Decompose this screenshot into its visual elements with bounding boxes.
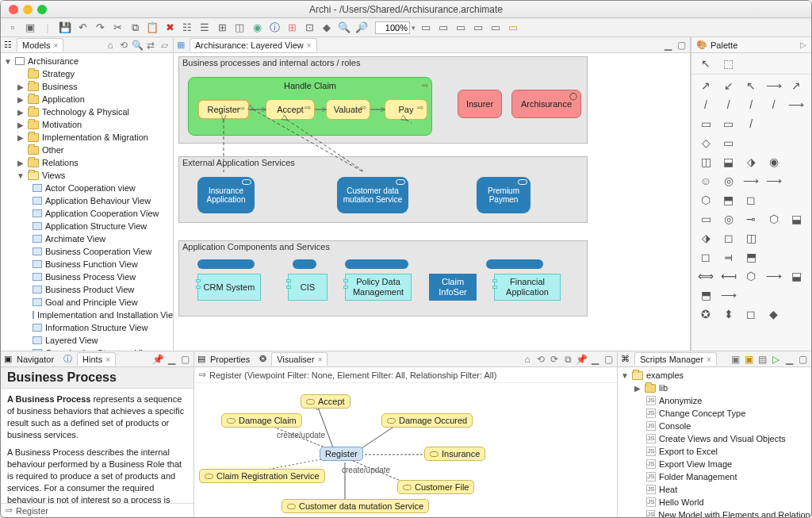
tree-view-item[interactable]: Business Function View	[1, 258, 173, 271]
open-icon[interactable]: ▣	[23, 21, 37, 35]
tree-folder-views[interactable]: ▼Views	[1, 169, 173, 182]
script-item[interactable]: JSExport View Image	[618, 458, 811, 470]
script-folder[interactable]: ▶lib	[618, 382, 811, 394]
zoom-window-icon[interactable]	[37, 5, 47, 14]
palette-tool-30[interactable]: ⬡	[696, 192, 715, 208]
minimize-icon[interactable]	[23, 5, 33, 14]
script-item[interactable]: JSHello World	[618, 496, 811, 508]
maximize-icon[interactable]: ▢	[676, 40, 687, 51]
new-icon[interactable]: ▫	[6, 21, 20, 35]
marquee-tool[interactable]: ⬚	[718, 56, 737, 71]
palette-tool-35[interactable]: ▭	[696, 211, 715, 227]
tab-navigator[interactable]: Navigator	[17, 355, 54, 364]
svc-premium-payment[interactable]: Premium Paymen	[477, 177, 530, 213]
bp-accept[interactable]: Accept⇨	[266, 99, 315, 120]
palette-tool-19[interactable]	[787, 135, 806, 151]
svc-customer-mutation[interactable]: Customer data mutation Service	[337, 177, 408, 213]
tree-view-item[interactable]: Application Cooperation View	[1, 207, 173, 220]
search-icon[interactable]: 🔍	[132, 40, 143, 51]
tree-folder[interactable]: ▶Technology & Physical	[1, 106, 173, 118]
palette-tool-27[interactable]: ⟶	[741, 173, 760, 189]
redo-icon[interactable]: ↷	[93, 21, 107, 35]
palette-tool-58[interactable]	[764, 287, 783, 303]
palette-tool-24[interactable]	[787, 154, 806, 170]
palette-icon[interactable]: ◉	[250, 21, 264, 35]
palette-tool-34[interactable]	[787, 192, 806, 208]
palette-tool-22[interactable]: ⬗	[741, 154, 760, 170]
palette-tool-1[interactable]: ↙	[719, 78, 738, 94]
a-icon[interactable]: ▣	[730, 354, 741, 365]
palette-tool-21[interactable]: ⬓	[719, 154, 738, 170]
palette-tool-61[interactable]: ⬍	[719, 306, 738, 322]
palette-tool-53[interactable]: ⟶	[764, 268, 783, 284]
layout1-icon[interactable]: ⊞	[215, 21, 229, 35]
tree-view-item[interactable]: Business Product View	[1, 283, 173, 296]
comp-policy[interactable]: Policy Data Management	[345, 274, 412, 301]
palette-tool-40[interactable]: ⬗	[696, 230, 715, 246]
comp-claim[interactable]: Claim InfoSer	[429, 274, 477, 301]
grid-icon[interactable]: ⊞	[285, 21, 299, 35]
close-icon[interactable]	[9, 5, 18, 14]
tree-view-item[interactable]: Information Structure View	[1, 321, 173, 334]
script-item[interactable]: JSHeat	[618, 483, 811, 496]
palette-tool-18[interactable]	[764, 135, 783, 151]
palette-tool-41[interactable]: ◻	[719, 230, 738, 246]
script-item[interactable]: JSChange Concept Type	[618, 407, 811, 420]
cut-icon[interactable]: ✂	[110, 21, 124, 35]
tree-root[interactable]: ▼Archisurance	[1, 55, 173, 67]
pin-icon[interactable]: 📌	[576, 354, 587, 365]
tab-models[interactable]: Models×	[17, 38, 63, 52]
palette-tool-52[interactable]: ⬡	[741, 268, 760, 284]
palette-tool-62[interactable]: ◻	[741, 306, 760, 322]
outline-icon[interactable]: ☰	[197, 21, 212, 35]
blank[interactable]	[486, 259, 543, 269]
vis-node-damage-claim[interactable]: Damage Claim	[221, 413, 302, 428]
palette-tool-16[interactable]: ▭	[719, 135, 738, 151]
palette-tool-31[interactable]: ⬒	[719, 192, 738, 208]
palette-tool-17[interactable]	[741, 135, 760, 151]
close-icon[interactable]: ×	[105, 355, 110, 364]
palette-tool-13[interactable]	[764, 116, 783, 132]
palette-tool-20[interactable]: ◫	[696, 154, 715, 170]
role-insurer[interactable]: Insurer	[458, 90, 502, 118]
palette-tool-26[interactable]: ◎	[719, 173, 738, 189]
c-icon[interactable]: ▤	[756, 354, 768, 365]
palette-tool-32[interactable]: ◻	[741, 192, 760, 208]
vis-node-register[interactable]: Register	[320, 447, 363, 461]
undo-icon[interactable]: ↶	[75, 21, 90, 35]
palette-tool-46[interactable]: ⫤	[719, 249, 738, 265]
tree-folder[interactable]: Strategy	[1, 67, 173, 80]
palette-tool-54[interactable]: ⬓	[787, 268, 806, 284]
vis-node-claim-reg[interactable]: Claim Registration Service	[199, 469, 325, 483]
tree-folder[interactable]: ▶Relations	[1, 156, 173, 169]
palette-tool-3[interactable]: ⟶	[764, 78, 783, 94]
palette-tool-56[interactable]: ⟶	[719, 287, 738, 303]
run-icon[interactable]: ▷	[770, 354, 781, 365]
palette-tool-28[interactable]: ⟶	[764, 173, 783, 189]
t2-icon[interactable]: ▭	[436, 21, 450, 35]
palette-tool-0[interactable]: ↗	[696, 78, 715, 94]
link-icon[interactable]: ⇄	[145, 40, 156, 51]
visualiser-canvas[interactable]: Accept Damage Claim Damage Occured creat…	[194, 383, 617, 517]
palette-header[interactable]: 🎨Palette ▷	[691, 37, 811, 53]
zoom-control[interactable]: ▾	[375, 21, 416, 34]
copy-icon[interactable]: ⧉	[562, 354, 573, 365]
palette-tool-9[interactable]: ⟶	[787, 97, 806, 113]
tree-view-item[interactable]: Business Cooperation View	[1, 245, 173, 258]
a-icon[interactable]: ⊡	[302, 21, 316, 35]
palette-tool-55[interactable]: ⬒	[696, 287, 715, 303]
vis-node-customer-file[interactable]: Customer File	[397, 480, 474, 494]
palette-tool-48[interactable]	[764, 249, 783, 265]
tab-properties[interactable]: Properties	[210, 355, 250, 364]
zoom-input[interactable]	[375, 21, 410, 34]
copy-icon[interactable]: ⧉	[128, 21, 142, 35]
blank[interactable]	[197, 259, 255, 269]
palette-tool-60[interactable]: ✪	[696, 306, 715, 322]
palette-tool-57[interactable]	[741, 287, 760, 303]
vis-node-damage-occured[interactable]: Damage Occured	[381, 413, 473, 428]
script-item[interactable]: JSFolder Management	[618, 470, 811, 483]
palette-tool-25[interactable]: ☺	[696, 173, 715, 189]
tree-view-item[interactable]: Application Behaviour View	[1, 194, 173, 207]
t5-icon[interactable]: ▭	[488, 21, 503, 35]
b-icon[interactable]: ◆	[320, 21, 334, 35]
